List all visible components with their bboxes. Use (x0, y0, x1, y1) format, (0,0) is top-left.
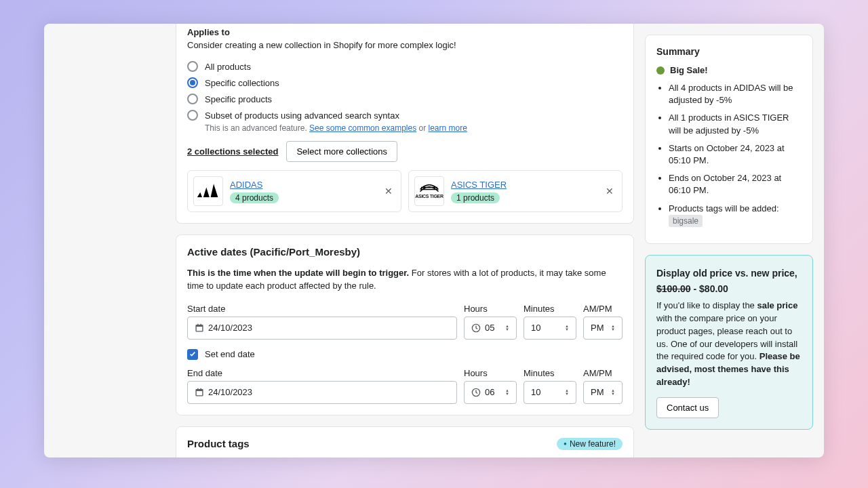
end-hours-input[interactable]: 06 ▲▼ (464, 381, 517, 404)
start-minutes-input[interactable]: 10 ▲▼ (524, 317, 576, 340)
radio-specific-products[interactable]: Specific products (187, 91, 623, 107)
tag-chip: bigsale (669, 215, 703, 228)
learn-more-link[interactable]: learn more (429, 123, 467, 133)
collection-name-link[interactable]: ASICS TIGER (451, 180, 507, 190)
minutes-label: Minutes (524, 368, 576, 378)
summary-item: All 4 products in ADIDAS will be adjuste… (669, 82, 802, 106)
active-dates-title: Active dates (Pacific/Port_Moresby) (187, 246, 623, 258)
advanced-note: This is an advanced feature. See some co… (205, 123, 623, 133)
radio-icon (187, 61, 198, 72)
set-end-date-checkbox[interactable]: Set end date (187, 349, 623, 360)
end-date-input[interactable]: 24/10/2023 (187, 381, 457, 404)
end-ampm-select[interactable]: PM ▲▼ (583, 381, 623, 404)
stepper-icon[interactable]: ▲▼ (611, 389, 615, 396)
radio-icon (187, 110, 198, 121)
select-more-collections-button[interactable]: Select more collections (286, 141, 397, 162)
adidas-logo-icon (193, 176, 223, 206)
radio-advanced-search[interactable]: Subset of products using advanced search… (187, 107, 623, 123)
remove-collection-icon[interactable]: ✕ (382, 183, 395, 199)
stepper-icon[interactable]: ▲▼ (565, 325, 569, 331)
asics-tiger-logo-icon: ASICS TIGER (414, 176, 444, 206)
examples-link[interactable]: See some common examples (309, 123, 416, 133)
end-minutes-input[interactable]: 10 ▲▼ (524, 381, 576, 404)
checkbox-checked-icon (187, 349, 198, 360)
applies-to-subtitle: Consider creating a new collection in Sh… (187, 40, 623, 50)
stepper-icon[interactable]: ▲▼ (611, 325, 615, 331)
product-tags-title: Product tags (187, 438, 250, 449)
collection-card-adidas: ADIDAS 4 products ✕ (187, 170, 401, 212)
promo-card: Display old price vs. new price, $100.00… (645, 255, 813, 430)
status-dot-icon (656, 66, 665, 75)
ampm-label: AM/PM (583, 368, 623, 378)
active-dates-description: This is the time when the update will be… (187, 267, 623, 293)
ampm-label: AM/PM (583, 304, 623, 314)
summary-title: Summary (656, 46, 802, 57)
active-dates-card: Active dates (Pacific/Port_Moresby) This… (176, 235, 634, 415)
calendar-icon (195, 323, 204, 333)
end-date-label: End date (187, 368, 457, 378)
product-count-badge: 1 products (451, 192, 500, 203)
calendar-icon (195, 388, 204, 397)
minutes-label: Minutes (524, 304, 576, 314)
product-count-badge: 4 products (230, 192, 279, 203)
remove-collection-icon[interactable]: ✕ (603, 183, 616, 199)
start-date-input[interactable]: 24/10/2023 (187, 317, 457, 340)
clock-icon (471, 323, 481, 333)
radio-icon (187, 77, 198, 88)
applies-to-card: Applies to Consider creating a new colle… (176, 24, 634, 224)
radio-specific-collections[interactable]: Specific collections (187, 75, 623, 91)
summary-item: Starts on October 24, 2023 at 05:10 PM. (669, 142, 802, 167)
collection-card-asics: ASICS TIGER ASICS TIGER 1 products ✕ (408, 170, 623, 212)
collection-name-link[interactable]: ADIDAS (230, 180, 262, 190)
start-hours-input[interactable]: 05 ▲▼ (464, 317, 517, 340)
stepper-icon[interactable]: ▲▼ (505, 389, 509, 396)
summary-item: Ends on October 24, 2023 at 06:10 PM. (669, 172, 802, 197)
radio-all-products[interactable]: All products (187, 58, 623, 75)
stepper-icon[interactable]: ▲▼ (505, 325, 509, 331)
collections-selected-count[interactable]: 2 collections selected (187, 146, 278, 157)
promo-prices: $100.00 - $80.00 (656, 282, 802, 296)
radio-icon (187, 94, 198, 104)
hours-label: Hours (464, 304, 517, 314)
applies-to-title: Applies to (187, 27, 623, 37)
promo-body: If you'd like to display the sale price … (656, 300, 802, 389)
summary-status: Big Sale! (670, 65, 708, 75)
summary-item-tags: Products tags will be added: bigsale (669, 203, 802, 228)
stepper-icon[interactable]: ▲▼ (565, 389, 569, 396)
start-date-label: Start date (187, 304, 457, 314)
promo-title: Display old price vs. new price, (656, 266, 802, 280)
summary-card: Summary Big Sale! All 4 products in ADID… (645, 35, 813, 244)
summary-item: All 1 products in ASICS TIGER will be ad… (669, 112, 802, 136)
contact-us-button[interactable]: Contact us (656, 397, 719, 418)
product-tags-card: Product tags New feature! You can use th… (176, 426, 634, 458)
clock-icon (471, 388, 481, 397)
product-tags-description: You can use this to create dynamic colle… (187, 457, 623, 458)
hours-label: Hours (464, 368, 517, 378)
start-ampm-select[interactable]: PM ▲▼ (583, 317, 623, 340)
new-feature-badge: New feature! (557, 438, 623, 450)
